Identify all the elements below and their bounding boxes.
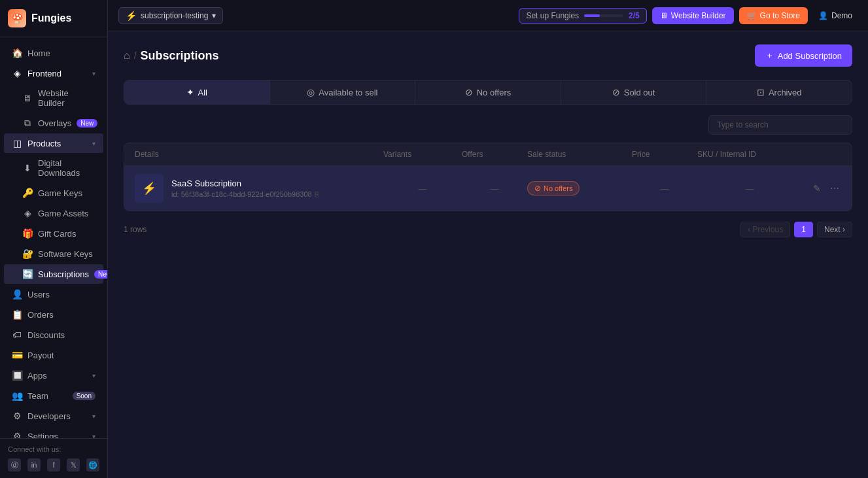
table-header: Details Variants Offers Sale status Pric… [124, 143, 852, 166]
col-sku: SKU / Internal ID [697, 150, 802, 159]
search-input[interactable] [708, 115, 852, 135]
user-menu[interactable]: 👤 Demo [813, 9, 858, 23]
product-info: SaaS Subscription id: 56f38a3f-c18c-4bdd… [171, 179, 319, 198]
tab-sold-out[interactable]: ⊘ Sold out [561, 80, 707, 104]
next-chevron-icon: › [842, 225, 845, 234]
table-row[interactable]: ⚡ SaaS Subscription id: 56f38a3f-c18c-4b… [124, 166, 852, 211]
sidebar-item-digital-downloads[interactable]: ⬇ Digital Downloads [4, 154, 103, 182]
users-icon: 👤 [12, 289, 22, 299]
progress-bar-fill [584, 14, 600, 17]
settings-chevron-icon: ▾ [92, 433, 95, 439]
edit-row-button[interactable]: ✎ [811, 181, 823, 196]
col-price: Price [632, 150, 697, 159]
page-1-button[interactable]: 1 [794, 222, 813, 237]
add-subscription-button[interactable]: ＋ Add Subscription [755, 44, 852, 67]
pagination: 1 rows ‹ Previous 1 Next › [124, 222, 852, 237]
breadcrumb-separator: / [134, 50, 137, 61]
sidebar-item-overlays[interactable]: ⧉ Overlays New [4, 113, 103, 133]
orders-icon: 📋 [12, 309, 22, 320]
sku-cell: — [697, 184, 802, 194]
connect-label: Connect with us: [8, 445, 99, 453]
no-offers-status-icon: ⊘ [534, 184, 541, 193]
tab-all[interactable]: ✦ All [124, 80, 270, 104]
sidebar-item-frontend[interactable]: ◈ Frontend ▾ [4, 63, 103, 83]
sidebar-item-settings[interactable]: ⚙ Settings ▾ [4, 426, 103, 438]
sidebar-item-game-assets[interactable]: ◈ Game Assets [4, 203, 103, 223]
sidebar-item-game-keys[interactable]: 🔑 Game Keys [4, 183, 103, 203]
x-icon[interactable]: 𝕏 [67, 458, 80, 471]
filter-tabs: ✦ All ◎ Available to sell ⊘ No offers ⊘ … [124, 80, 852, 105]
sale-status-cell: ⊘ No offers [527, 181, 632, 196]
products-table: Details Variants Offers Sale status Pric… [124, 143, 852, 211]
overlays-badge: New [77, 119, 97, 128]
workspace-chevron-icon: ▾ [212, 11, 216, 20]
page-nav: ‹ Previous 1 Next › [740, 222, 852, 237]
sidebar-item-users[interactable]: 👤 Users [4, 284, 103, 304]
sidebar-item-apps[interactable]: 🔲 Apps ▾ [4, 366, 103, 385]
chevron-down-icon: ▾ [92, 70, 95, 77]
sidebar-item-gift-cards[interactable]: 🎁 Gift Cards [4, 224, 103, 243]
sidebar-item-website-builder[interactable]: 🖥 Website Builder [4, 84, 103, 112]
tab-available-to-sell[interactable]: ◎ Available to sell [270, 80, 416, 104]
facebook-icon[interactable]: f [47, 458, 60, 471]
page-content: ⌂ / Subscriptions ＋ Add Subscription ✦ A… [108, 31, 868, 478]
linkedin-icon[interactable]: in [27, 458, 41, 471]
product-name: SaaS Subscription [171, 179, 319, 188]
tab-archived[interactable]: ⊡ Archived [706, 80, 852, 104]
status-badge: ⊘ No offers [527, 181, 580, 196]
tab-no-offers[interactable]: ⊘ No offers [415, 80, 561, 104]
digital-downloads-icon: ⬇ [22, 163, 33, 173]
apps-icon: 🔲 [12, 370, 22, 381]
home-icon: 🏠 [12, 48, 22, 58]
go-to-store-button[interactable]: 🛒 Go to Store [739, 7, 808, 24]
logo-text: Fungies [31, 12, 71, 24]
copy-id-icon[interactable]: ⎘ [315, 190, 319, 198]
user-label: Demo [831, 11, 852, 20]
col-details: Details [135, 150, 383, 159]
game-keys-icon: 🔑 [22, 188, 33, 198]
sidebar-item-payout[interactable]: 💳 Payout [4, 345, 103, 365]
previous-page-button[interactable]: ‹ Previous [740, 222, 790, 237]
sidebar: 🍄 Fungies 🏠 Home ◈ Frontend ▾ 🖥 Website … [0, 0, 108, 478]
social-icons: ⓓ in f 𝕏 🌐 [8, 458, 99, 471]
sidebar-item-orders[interactable]: 📋 Orders [4, 305, 103, 324]
offers-cell: — [462, 184, 527, 194]
sidebar-item-discounts[interactable]: 🏷 Discounts [4, 325, 103, 345]
discord-icon[interactable]: ⓓ [8, 458, 21, 471]
logo-icon: 🍄 [8, 9, 26, 27]
breadcrumb-home-icon[interactable]: ⌂ [124, 50, 130, 61]
workspace-icon: ⚡ [126, 10, 137, 21]
workspace-selector[interactable]: ⚡ subscription-testing ▾ [118, 7, 223, 24]
team-icon: 👥 [12, 390, 22, 401]
gift-cards-icon: 🎁 [22, 228, 33, 239]
available-tab-icon: ◎ [307, 87, 315, 97]
add-icon: ＋ [765, 50, 774, 61]
sidebar-item-developers[interactable]: ⚙ Developers ▾ [4, 406, 103, 426]
all-tab-icon: ✦ [186, 87, 194, 97]
row-actions: ✎ ⋯ [802, 181, 841, 196]
logo[interactable]: 🍄 Fungies [0, 0, 107, 37]
product-id: id: 56f38a3f-c18c-4bdd-922d-e0f250b98308… [171, 190, 319, 198]
subscriptions-icon: 🔄 [22, 269, 33, 279]
user-avatar-icon: 👤 [818, 11, 828, 20]
sidebar-item-team[interactable]: 👥 Team Soon [4, 386, 103, 405]
game-assets-icon: ◈ [22, 208, 33, 218]
globe-icon[interactable]: 🌐 [86, 458, 99, 471]
sidebar-footer: Connect with us: ⓓ in f 𝕏 🌐 [0, 438, 107, 478]
sidebar-item-software-keys[interactable]: 🔐 Software Keys [4, 244, 103, 264]
setup-text: Set up Fungies [526, 11, 579, 20]
subscriptions-badge: New [94, 270, 107, 279]
more-options-button[interactable]: ⋯ [828, 181, 841, 196]
col-actions [802, 150, 841, 159]
sidebar-item-subscriptions[interactable]: 🔄 Subscriptions New [4, 264, 103, 284]
progress-bar-outer [584, 14, 623, 17]
row-count: 1 rows [124, 225, 147, 234]
sidebar-item-products[interactable]: ◫ Products ▾ [4, 133, 103, 153]
sold-out-tab-icon: ⊘ [612, 87, 620, 97]
next-page-button[interactable]: Next › [817, 222, 852, 237]
website-builder-button[interactable]: 🖥 Website Builder [652, 7, 734, 24]
website-builder-icon: 🖥 [22, 93, 33, 103]
sidebar-item-home[interactable]: 🏠 Home [4, 43, 103, 63]
col-offers: Offers [462, 150, 527, 159]
col-sale-status: Sale status [527, 150, 632, 159]
